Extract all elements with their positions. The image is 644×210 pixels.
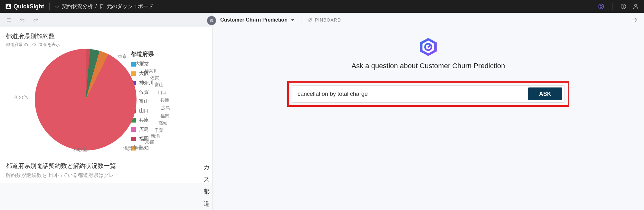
user-icon[interactable] [632,3,639,10]
q-area: Ask a question about Customer Churn Pred… [213,27,644,107]
breadcrumb-sep: / [95,4,97,9]
pie-slice-label: 佐賀 [150,75,159,80]
pie-slice-label: 高知 [158,121,167,125]
legend-label: 広島 [139,126,149,132]
main: 都道府県別解約数 都道府県 の上位 20 個を表示 その他 東京大阪神奈川佐賀富… [0,13,644,210]
ask-button[interactable]: ASK [528,87,562,100]
bookmark-icon[interactable] [99,4,104,9]
q-topbar: Customer Churn Prediction PINBOARD [213,13,644,27]
external-link-icon [308,18,312,22]
pie-slice-label: 兵庫 [160,98,169,102]
pie-slice-label: 千葉 [155,128,164,132]
divider [49,3,50,10]
help-icon[interactable]: ? [620,3,627,10]
pinboard-label: PINBOARD [315,17,341,23]
chart2-title: 都道府県別電話契約数と解約状況数一覧 [6,162,206,170]
app-name: QuickSight [14,3,44,10]
divider [301,16,301,23]
header-right: ? [598,3,639,10]
pie-chart[interactable]: その他 東京大阪神奈川佐賀富山山口兵庫広島福岡高知千葉新潟京都福井滋賀和歌山 [6,51,122,151]
menu-icon[interactable] [6,17,12,23]
pie-label-other: その他 [14,95,28,100]
q-title-dataset: Customer Churn Prediction [420,62,505,70]
undo-icon[interactable] [19,17,25,23]
pie-slice-label: 京都 [145,140,154,144]
star-icon[interactable]: ☆ [55,4,59,10]
redo-icon[interactable] [33,17,39,23]
partial-text-1: カス [204,161,213,186]
svg-marker-1 [599,4,604,9]
legend-label: 山口 [139,108,149,114]
pie-slice-label: 山口 [158,90,167,95]
left-toolbar [0,13,212,27]
highlight-box: ASK [287,81,569,107]
divider [612,3,612,10]
pie-slice-label: 東京 [118,54,127,59]
pie-slice-label: 福井 [133,145,142,149]
collapse-icon[interactable] [631,17,638,24]
chart-subtitle: 都道府県 の上位 20 個を表示 [6,42,206,48]
pie-slice-label: 広島 [161,105,170,110]
chart-title: 都道府県別解約数 [6,32,206,41]
pie-slice-label: 神奈川 [144,69,158,73]
pie-slices [35,49,137,151]
legend-label: 佐賀 [139,89,149,95]
pie-slice-label: 福岡 [160,114,169,118]
left-pane: 都道府県別解約数 都道府県 の上位 20 個を表示 その他 東京大阪神奈川佐賀富… [0,13,213,210]
q-title: Ask a question about Customer Churn Pred… [352,62,505,70]
q-hex-icon[interactable] [598,3,604,10]
partial-text-2: 都道 [204,186,213,210]
svg-point-5 [635,4,637,6]
app-logo[interactable]: QuickSight [5,3,44,10]
legend-label: 富山 [139,98,149,105]
dashboard-title[interactable]: 元のダッシュボード [107,3,153,10]
app-header: QuickSight ☆ 契約状況分析 / 元のダッシュボード ? [0,0,644,13]
svg-text:?: ? [622,5,624,8]
pie-slice-label: 新潟 [151,134,160,138]
svg-point-2 [600,5,602,8]
q-logo-icon [418,37,439,57]
quicksight-icon [5,3,12,10]
chart-card-2: 都道府県別電話契約数と解約状況数一覧 解約数が継続数を上回っている都道府県はグレ… [0,157,212,183]
caret-down-icon [291,19,295,21]
pie-slice-label: 和歌山 [73,147,87,152]
q-pane: Customer Churn Prediction PINBOARD [213,13,644,210]
chart2-subtitle: 解約数が継続数を上回っている都道府県はグレー [6,172,206,179]
question-input[interactable] [298,91,528,97]
pie-slice-label: 滋賀 [123,146,132,151]
legend-label: 神奈川 [139,80,154,86]
breadcrumb: ☆ 契約状況分析 / 元のダッシュボード [55,3,153,10]
pie-slice-label: 大阪 [135,61,144,66]
question-box: ASK [292,85,564,103]
partial-right-column: カス 都道 [204,161,213,210]
pie-slice-label: 富山 [155,82,164,87]
dataset-dropdown[interactable]: Customer Churn Prediction [220,17,295,23]
chart-body: その他 東京大阪神奈川佐賀富山山口兵庫広島福岡高知千葉新潟京都福井滋賀和歌山 都… [6,51,206,154]
q-title-prefix: Ask a question about [352,62,420,70]
dataset-name: Customer Churn Prediction [220,17,288,23]
header-left: QuickSight ☆ 契約状況分析 / 元のダッシュボード [5,3,598,10]
legend-label: 兵庫 [139,117,149,123]
analysis-title[interactable]: 契約状況分析 [62,3,93,10]
pinboard-link[interactable]: PINBOARD [308,17,341,23]
chart-card-1: 都道府県別解約数 都道府県 の上位 20 個を表示 その他 東京大阪神奈川佐賀富… [0,27,212,157]
